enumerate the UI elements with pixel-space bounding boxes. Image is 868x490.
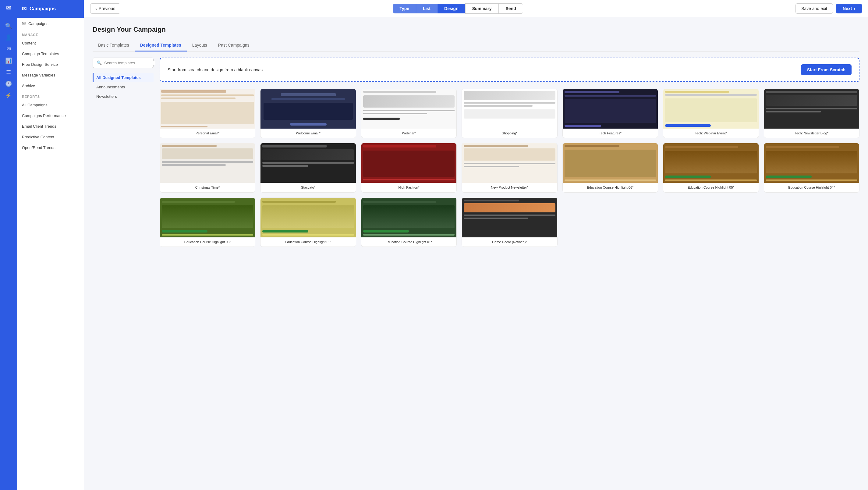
sidebar-nav-item-message-vars[interactable]: Message Variables bbox=[17, 70, 84, 81]
template-name-edu-06: Education Course Highlight 06* bbox=[563, 183, 658, 192]
next-button[interactable]: Next › bbox=[836, 4, 862, 13]
sidebar-nav-item-predictive-content[interactable]: Predictive Content bbox=[17, 132, 84, 142]
template-name-christmas-time: Christmas Time* bbox=[160, 183, 255, 192]
sidebar-nav-item-campaigns-performance[interactable]: Campaigns Performance bbox=[17, 110, 84, 121]
start-from-scratch-button[interactable]: Start From Scratch bbox=[801, 64, 851, 75]
template-name-webinar: Webinar* bbox=[361, 129, 456, 138]
template-name-edu-01: Education Course Highlight 01* bbox=[361, 237, 456, 247]
search-input[interactable] bbox=[104, 61, 155, 65]
template-card-high-fashion[interactable]: High Fashion* bbox=[361, 143, 457, 192]
logo-label: Campaigns bbox=[30, 6, 56, 11]
templates-area: Start from scratch and design from a bla… bbox=[160, 58, 860, 247]
sidebar-nav-item-campaign-templates[interactable]: Campaign Templates bbox=[17, 49, 84, 59]
template-name-tech-webinar: Tech: Webinar Event* bbox=[663, 129, 758, 138]
template-card-edu-04[interactable]: Education Course Highlight 04* bbox=[764, 143, 860, 192]
template-name-tech-newsletter-blog: Tech: Newsletter Blog* bbox=[764, 129, 859, 138]
step-type-button[interactable]: Type bbox=[393, 4, 416, 13]
page-content: Design Your Campaign Basic Templates Des… bbox=[84, 17, 868, 490]
template-name-home-decor: Home Decor (Refined)* bbox=[462, 237, 557, 247]
tab-basic-templates[interactable]: Basic Templates bbox=[93, 40, 135, 52]
template-name-edu-02: Education Course Highlight 02* bbox=[260, 237, 355, 247]
sidebar-email-icon[interactable]: ✉ bbox=[6, 46, 11, 53]
save-exit-button[interactable]: Save and exit bbox=[796, 3, 833, 14]
scratch-banner: Start from scratch and design from a bla… bbox=[160, 58, 860, 82]
topbar: ‹ Previous Type List Design Summary Send… bbox=[84, 0, 868, 17]
sidebar-search-icon[interactable]: 🔍 bbox=[5, 23, 12, 29]
template-card-personal-email[interactable]: Personal Email* bbox=[160, 89, 255, 138]
template-card-webinar[interactable]: Webinar* bbox=[361, 89, 457, 138]
template-name-new-product-newsletter: New Product Newsletter* bbox=[462, 183, 557, 192]
template-card-new-product-newsletter[interactable]: New Product Newsletter* bbox=[462, 143, 557, 192]
logo-icon: ✉ bbox=[22, 5, 27, 12]
topbar-actions: Save and exit Next › bbox=[796, 3, 862, 14]
template-name-welcome-email: Welcome Email* bbox=[260, 129, 355, 138]
chevron-left-icon: ‹ bbox=[95, 6, 97, 11]
step-list-button[interactable]: List bbox=[416, 4, 437, 13]
template-card-edu-05[interactable]: Education Course Highlight 05* bbox=[663, 143, 758, 192]
chevron-right-icon: › bbox=[854, 6, 855, 11]
template-name-tech-features: Tech Features* bbox=[563, 129, 658, 138]
template-card-edu-02[interactable]: Education Course Highlight 02* bbox=[260, 197, 356, 247]
sidebar-clock-icon[interactable]: 🕐 bbox=[5, 81, 12, 87]
sidebar-user-icon[interactable]: 👤 bbox=[5, 34, 12, 41]
sidebar-bolt-icon[interactable]: ⚡ bbox=[5, 92, 12, 99]
template-card-edu-06[interactable]: Education Course Highlight 06* bbox=[562, 143, 658, 192]
sidebar-nav-item-content[interactable]: Content bbox=[17, 38, 84, 49]
tab-past-campaigns[interactable]: Past Campaigns bbox=[213, 40, 255, 52]
template-name-edu-03: Education Course Highlight 03* bbox=[160, 237, 255, 247]
template-card-staccato[interactable]: Staccato* bbox=[260, 143, 356, 192]
template-name-staccato: Staccato* bbox=[260, 183, 355, 192]
sidebar-mail-icon[interactable]: ✉ bbox=[6, 4, 11, 11]
scratch-text: Start from scratch and design from a bla… bbox=[167, 67, 262, 72]
design-tabs: Basic Templates Designed Templates Layou… bbox=[93, 40, 860, 52]
templates-grid: Personal Email* Welcome Email* bbox=[160, 89, 860, 247]
tab-designed-templates[interactable]: Designed Templates bbox=[135, 40, 187, 52]
filter-all-designed[interactable]: All Designed Templates bbox=[93, 73, 154, 82]
filter-announcements[interactable]: Announcements bbox=[93, 82, 154, 92]
template-card-tech-webinar[interactable]: Tech: Webinar Event* bbox=[663, 89, 758, 138]
icon-sidebar: ✉ 🔍 👤 ✉ 📊 ☰ 🕐 ⚡ bbox=[0, 0, 17, 490]
template-card-edu-01[interactable]: Education Course Highlight 01* bbox=[361, 197, 457, 247]
tab-layouts[interactable]: Layouts bbox=[187, 40, 213, 52]
template-card-welcome-email[interactable]: Welcome Email* bbox=[260, 89, 356, 138]
template-name-edu-04: Education Course Highlight 04* bbox=[764, 183, 859, 192]
step-design-button[interactable]: Design bbox=[437, 4, 465, 13]
filter-sidebar: 🔍 All Designed Templates Announcements N… bbox=[93, 58, 154, 247]
sidebar-nav-item-free-design[interactable]: Free Design Service bbox=[17, 59, 84, 70]
sidebar-nav-item-campaigns[interactable]: ✉ Campaigns bbox=[17, 18, 84, 29]
main-content: ‹ Previous Type List Design Summary Send… bbox=[84, 0, 868, 490]
step-summary-button[interactable]: Summary bbox=[465, 3, 499, 14]
template-card-tech-newsletter-blog[interactable]: Tech: Newsletter Blog* bbox=[764, 89, 860, 138]
search-box[interactable]: 🔍 bbox=[93, 58, 154, 68]
template-card-home-decor[interactable]: Home Decor (Refined)* bbox=[462, 197, 557, 247]
previous-button[interactable]: ‹ Previous bbox=[90, 3, 120, 14]
search-icon: 🔍 bbox=[97, 60, 102, 65]
campaigns-icon: ✉ bbox=[22, 21, 26, 26]
template-card-tech-features[interactable]: Tech Features* bbox=[562, 89, 658, 138]
template-layout: 🔍 All Designed Templates Announcements N… bbox=[93, 58, 860, 247]
sidebar-nav-item-archive[interactable]: Archive bbox=[17, 81, 84, 91]
sidebar-nav-item-open-read-trends[interactable]: Open/Read Trends bbox=[17, 142, 84, 153]
template-name-personal-email: Personal Email* bbox=[160, 129, 255, 138]
main-sidebar: ✉ Campaigns ✉ Campaigns MANAGE Content C… bbox=[17, 0, 84, 490]
template-card-shopping[interactable]: Shopping* bbox=[462, 89, 557, 138]
sidebar-chart-icon[interactable]: 📊 bbox=[5, 57, 12, 64]
sidebar-nav-item-email-client-trends[interactable]: Email Client Trends bbox=[17, 121, 84, 132]
sidebar-nav-item-all-campaigns[interactable]: All Campaigns bbox=[17, 100, 84, 110]
sidebar-logo: ✉ Campaigns bbox=[17, 0, 84, 18]
step-progress: Type List Design Summary Send bbox=[124, 3, 792, 14]
sidebar-list-icon[interactable]: ☰ bbox=[6, 69, 11, 75]
page-title: Design Your Campaign bbox=[93, 26, 860, 33]
template-card-christmas-time[interactable]: Christmas Time* bbox=[160, 143, 255, 192]
template-name-edu-05: Education Course Highlight 05* bbox=[663, 183, 758, 192]
filter-newsletters[interactable]: Newsletters bbox=[93, 92, 154, 101]
template-name-shopping: Shopping* bbox=[462, 129, 557, 138]
reports-section-label: REPORTS bbox=[17, 91, 84, 100]
manage-section-label: MANAGE bbox=[17, 29, 84, 38]
template-card-edu-03[interactable]: Education Course Highlight 03* bbox=[160, 197, 255, 247]
template-name-high-fashion: High Fashion* bbox=[361, 183, 456, 192]
step-send-button[interactable]: Send bbox=[499, 3, 523, 14]
